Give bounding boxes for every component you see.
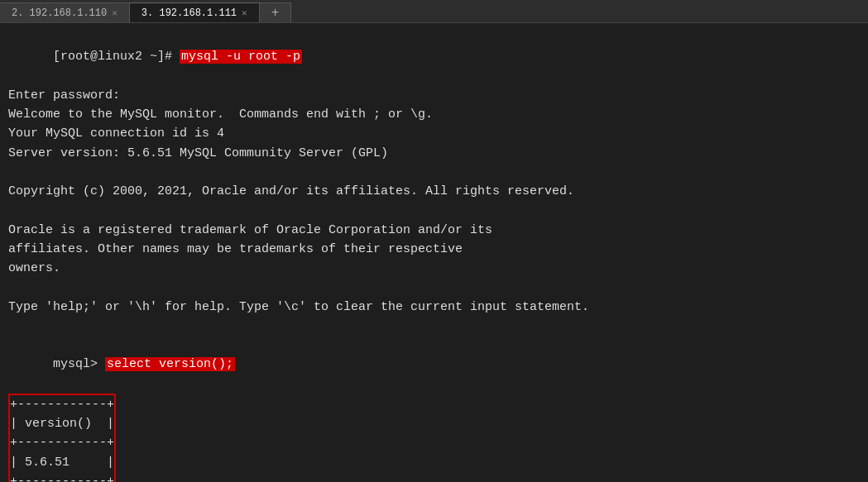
tab-2-close[interactable]: ✕ [242, 7, 247, 18]
terminal-window: 2. 192.168.1.110 ✕ 3. 192.168.1.111 ✕ + … [0, 0, 868, 482]
tab-3-label: + [271, 6, 280, 21]
terminal-content: [root@linux2 ~]# mysql -u root -p Enter … [0, 23, 868, 482]
line-enter-password: Enter password: [8, 86, 860, 105]
line-blank-2 [8, 201, 860, 220]
query-result-table: +------------+ | version() | +----------… [8, 394, 116, 482]
line-welcome: Welcome to the MySQL monitor. Commands e… [8, 105, 860, 124]
line-copyright: Copyright (c) 2000, 2021, Oracle and/or … [8, 182, 860, 201]
tab-bar: 2. 192.168.1.110 ✕ 3. 192.168.1.111 ✕ + [0, 0, 868, 23]
table-top-border: +------------+ [10, 395, 114, 414]
table-header-divider: +------------+ [10, 433, 114, 452]
tab-3[interactable]: + [260, 2, 292, 22]
line-oracle-3: owners. [8, 259, 860, 278]
tab-1-label: 2. 192.168.1.110 [12, 7, 107, 19]
line-server-version: Server version: 5.6.51 MySQL Community S… [8, 144, 860, 163]
login-prompt: [root@linux2 ~]# [53, 50, 180, 64]
tab-2-label: 3. 192.168.1.111 [141, 7, 237, 19]
tab-1[interactable]: 2. 192.168.1.110 ✕ [0, 2, 130, 22]
login-command-highlight: mysql -u root -p [180, 50, 302, 64]
login-line: [root@linux2 ~]# mysql -u root -p [8, 28, 860, 86]
tab-2[interactable]: 3. 192.168.1.111 ✕ [130, 2, 260, 22]
table-bottom-border: +------------+ [10, 472, 114, 482]
table-header: | version() | [10, 414, 114, 433]
mysql-prompt-label: mysql> [53, 357, 105, 371]
line-help: Type 'help;' or '\h' for help. Type '\c'… [8, 298, 860, 317]
line-oracle-2: affiliates. Other names may be trademark… [8, 240, 860, 259]
mysql-command-highlight: select version(); [105, 357, 235, 371]
line-blank-1 [8, 163, 860, 182]
line-blank-3 [8, 278, 860, 297]
line-blank-4 [8, 317, 860, 336]
line-oracle-1: Oracle is a registered trademark of Orac… [8, 221, 860, 240]
tab-1-close[interactable]: ✕ [112, 7, 117, 18]
mysql-command-line: mysql> select version(); [8, 336, 860, 394]
line-connection-id: Your MySQL connection id is 4 [8, 124, 860, 143]
table-data-row: | 5.6.51 | [10, 453, 114, 472]
